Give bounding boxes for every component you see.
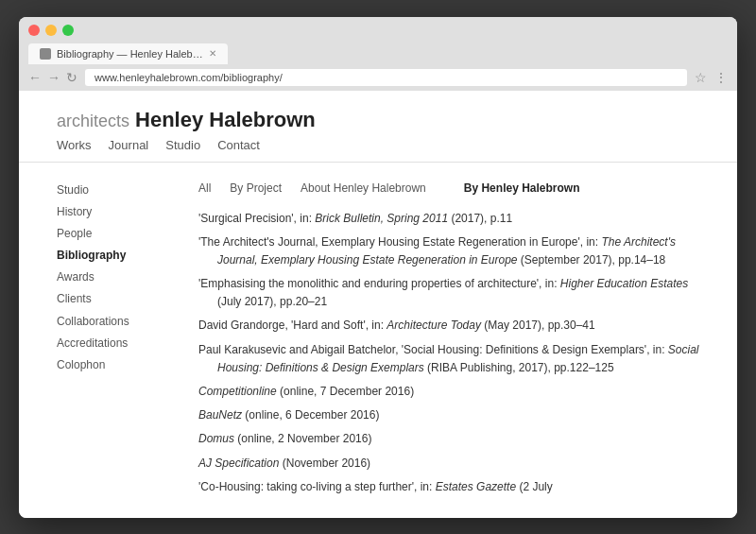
url-field[interactable] [85, 69, 687, 86]
sidebar-item-clients[interactable]: Clients [57, 290, 180, 308]
back-button[interactable]: ← [28, 70, 42, 85]
sidebar-item-studio[interactable]: Studio [57, 181, 180, 199]
brand-prefix: architects [57, 112, 129, 131]
browser-window: Bibliography — Henley Haleb… ✕ ← → ↻ ☆ ⋮… [19, 17, 737, 518]
bib-entry-2: 'The Architect's Journal, Exemplary Hous… [198, 233, 699, 269]
main-content: All By Project About Henley Halebrown By… [180, 181, 699, 502]
bookmark-icon[interactable]: ☆ [695, 70, 707, 85]
filter-by-henley[interactable]: By Henley Halebrown [464, 181, 580, 195]
nav-works[interactable]: Works [57, 138, 92, 152]
sidebar-item-history[interactable]: History [57, 203, 180, 221]
browser-tab[interactable]: Bibliography — Henley Haleb… ✕ [28, 43, 228, 64]
filter-by-project[interactable]: By Project [230, 181, 282, 195]
refresh-button[interactable]: ↻ [66, 70, 77, 85]
browser-content: architects Henley Halebrown Works Journa… [19, 91, 737, 518]
bibliography-list: 'Surgical Precision', in: Brick Bulletin… [198, 210, 699, 496]
tab-close-icon[interactable]: ✕ [209, 48, 216, 59]
filter-all[interactable]: All [198, 181, 211, 195]
site-header: architects Henley Halebrown Works Journa… [19, 91, 737, 163]
menu-icon[interactable]: ⋮ [714, 70, 728, 85]
sidebar-item-accreditations[interactable]: Accreditations [57, 335, 180, 353]
minimize-button[interactable] [45, 25, 57, 36]
bib-entry-10: 'Co-Housing: taking co-living a step fur… [198, 478, 699, 496]
nav-journal[interactable]: Journal [109, 138, 149, 152]
sidebar-item-people[interactable]: People [57, 225, 180, 243]
nav-studio[interactable]: Studio [165, 138, 200, 152]
bib-entry-8: Domus (online, 2 November 2016) [198, 430, 699, 448]
sidebar: Studio History People Bibliography Award… [57, 181, 180, 502]
bib-entry-9: AJ Specification (November 2016) [198, 455, 699, 473]
tab-favicon [40, 48, 51, 60]
bib-entry-7: BauNetz (online, 6 December 2016) [198, 406, 699, 424]
nav-contact[interactable]: Contact [217, 138, 260, 152]
site-body: Studio History People Bibliography Award… [19, 163, 737, 518]
site-brand: architects Henley Halebrown [57, 108, 699, 132]
brand-name: Henley Halebrown [135, 108, 316, 132]
bib-entry-1: 'Surgical Precision', in: Brick Bulletin… [198, 210, 699, 228]
sidebar-item-collaborations[interactable]: Collaborations [57, 313, 180, 331]
bib-entry-3: 'Emphasising the monolithic and enduring… [198, 275, 699, 311]
nav-buttons: ← → ↻ [28, 70, 77, 85]
filter-about-henley[interactable]: About Henley Halebrown [301, 181, 426, 195]
bib-entry-6: Competitionline (online, 7 December 2016… [198, 383, 699, 401]
sidebar-item-colophon[interactable]: Colophon [57, 356, 180, 374]
sidebar-item-awards[interactable]: Awards [57, 268, 180, 286]
forward-button[interactable]: → [47, 70, 60, 85]
browser-chrome: Bibliography — Henley Haleb… ✕ [19, 17, 737, 64]
tab-title: Bibliography — Henley Haleb… [57, 48, 203, 60]
address-bar: ← → ↻ ☆ ⋮ [19, 64, 737, 91]
window-controls [28, 25, 728, 36]
tab-bar: Bibliography — Henley Haleb… ✕ [28, 43, 728, 64]
bib-entry-5: Paul Karakusevic and Abigail Batchelor, … [198, 341, 699, 377]
filter-bar: All By Project About Henley Halebrown By… [198, 181, 699, 195]
sidebar-item-bibliography[interactable]: Bibliography [57, 247, 180, 265]
maximize-button[interactable] [62, 25, 74, 36]
main-nav: Works Journal Studio Contact [57, 138, 699, 152]
close-button[interactable] [28, 25, 40, 36]
bib-entry-4: David Grandorge, 'Hard and Soft', in: Ar… [198, 317, 699, 335]
